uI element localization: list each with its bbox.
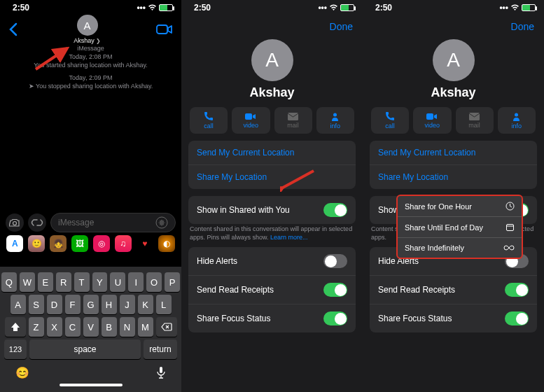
key-o[interactable]: O (146, 272, 162, 292)
dictation-key[interactable] (156, 366, 166, 379)
send-current-location[interactable]: Send My Current Location (188, 141, 356, 165)
audio-wave-icon[interactable] (155, 216, 168, 229)
chat-system-msg: ➤ You stopped sharing location with Aksh… (13, 83, 169, 90)
hide-alerts-row[interactable]: Hide Alerts (188, 247, 356, 276)
wifi-icon (329, 4, 338, 11)
share-indefinitely[interactable]: Share Indefinitely (398, 238, 522, 258)
key-n[interactable]: N (120, 317, 135, 337)
key-t[interactable]: T (74, 272, 90, 292)
contact-avatar-large[interactable]: A (251, 39, 293, 81)
key-r[interactable]: R (56, 272, 71, 292)
read-receipts-toggle[interactable] (323, 283, 347, 297)
key-k[interactable]: K (138, 295, 153, 314)
key-m[interactable]: M (138, 317, 153, 337)
status-right: ••• (499, 3, 536, 13)
done-button[interactable]: Done (330, 21, 353, 32)
focus-status-row[interactable]: Share Focus Status (188, 304, 356, 332)
mail-icon (469, 113, 480, 120)
key-v[interactable]: V (83, 317, 99, 337)
memoji-icon-2[interactable]: 👧 (50, 235, 67, 252)
svg-point-11 (515, 113, 518, 116)
key-u[interactable]: U (110, 272, 125, 292)
mail-action: mail (456, 107, 494, 134)
key-y[interactable]: Y (92, 272, 108, 292)
info-action[interactable]: info (316, 107, 354, 134)
return-key[interactable]: return (144, 340, 177, 359)
send-current-location[interactable]: Send My Current Location (370, 141, 537, 165)
video-icon (245, 113, 256, 120)
contact-avatar-large[interactable]: A (433, 39, 475, 81)
signal-icon: ••• (499, 3, 508, 13)
fitness-icon[interactable]: ◎ (93, 235, 110, 252)
status-right: ••• (318, 3, 354, 13)
music-icon[interactable]: ♫ (115, 235, 132, 252)
memoji-icon[interactable]: 🙂 (28, 235, 45, 252)
app-extra-icon[interactable]: ◐ (158, 235, 175, 252)
call-action[interactable]: call (190, 107, 228, 134)
hide-alerts-toggle[interactable] (323, 254, 347, 268)
key-w[interactable]: W (20, 272, 35, 292)
phone-icon (204, 111, 214, 121)
focus-status-toggle[interactable] (323, 312, 347, 326)
shift-key[interactable] (5, 317, 26, 337)
contact-name-large: Akshay (181, 85, 363, 100)
shared-with-you-toggle[interactable] (323, 203, 347, 217)
message-placeholder: iMessage (58, 218, 94, 227)
key-l[interactable]: L (156, 295, 172, 314)
key-p[interactable]: P (165, 272, 180, 292)
key-f[interactable]: F (65, 295, 81, 314)
key-x[interactable]: X (47, 317, 62, 337)
emoji-key[interactable]: 😊 (15, 366, 29, 379)
numbers-key[interactable]: 123 (4, 340, 27, 359)
key-i[interactable]: I (128, 272, 144, 292)
wifi-icon (148, 4, 157, 11)
key-c[interactable]: C (65, 317, 81, 337)
video-action[interactable]: video (232, 107, 270, 134)
call-action[interactable]: call (371, 107, 409, 134)
key-j[interactable]: J (120, 295, 135, 314)
person-icon (330, 112, 340, 121)
shared-with-you-row[interactable]: Show in Shared with You (188, 196, 356, 224)
apps-button[interactable] (28, 214, 46, 232)
app-store-icon[interactable]: A (6, 235, 23, 252)
key-d[interactable]: D (47, 295, 62, 314)
share-my-location[interactable]: Share My Location (188, 165, 356, 189)
key-h[interactable]: H (102, 295, 117, 314)
chat-body: iMessage Today, 2:08 PM You started shar… (0, 39, 181, 95)
backspace-key[interactable] (156, 317, 177, 337)
photos-icon[interactable]: 🖼 (71, 235, 88, 252)
key-b[interactable]: B (102, 317, 117, 337)
message-input[interactable]: iMessage (50, 213, 176, 232)
key-a[interactable]: A (11, 295, 26, 314)
digital-touch-icon[interactable]: ♥ (137, 235, 153, 252)
key-z[interactable]: Z (29, 317, 44, 337)
share-one-hour[interactable]: Share for One Hour (398, 196, 522, 217)
read-receipts-row[interactable]: Send Read Receipts (188, 276, 356, 304)
video-action[interactable]: video (413, 107, 451, 134)
info-action[interactable]: info (498, 107, 536, 134)
share-my-location[interactable]: Share My Location (370, 165, 537, 189)
space-key[interactable]: space (29, 340, 141, 359)
read-receipts-row[interactable]: Send Read Receipts (370, 276, 537, 304)
keyboard: QWERTYUIOP ASDFGHJKL ZXCVBNM 123 space r… (0, 267, 181, 392)
chat-header-label: iMessage (13, 45, 169, 52)
infinity-icon (503, 244, 515, 251)
read-receipts-toggle[interactable] (505, 283, 529, 297)
camera-button[interactable] (6, 214, 24, 232)
contact-avatar[interactable]: A (77, 15, 98, 36)
key-e[interactable]: E (38, 272, 53, 292)
focus-status-toggle[interactable] (505, 312, 529, 326)
share-end-of-day[interactable]: Share Until End of Day (398, 217, 522, 238)
key-g[interactable]: G (83, 295, 99, 314)
status-bar: 2:50 ••• (181, 0, 363, 15)
learn-more-link[interactable]: Learn more... (270, 234, 308, 241)
contact-name-row[interactable]: Akshay ❯ (18, 37, 156, 44)
contact-name-large: Akshay (363, 85, 544, 100)
focus-status-row[interactable]: Share Focus Status (370, 304, 537, 332)
home-indicator[interactable] (60, 384, 123, 386)
back-button[interactable] (8, 22, 18, 36)
key-q[interactable]: Q (1, 272, 17, 292)
done-button[interactable]: Done (511, 21, 534, 32)
key-s[interactable]: S (29, 295, 44, 314)
facetime-button[interactable] (156, 24, 173, 35)
